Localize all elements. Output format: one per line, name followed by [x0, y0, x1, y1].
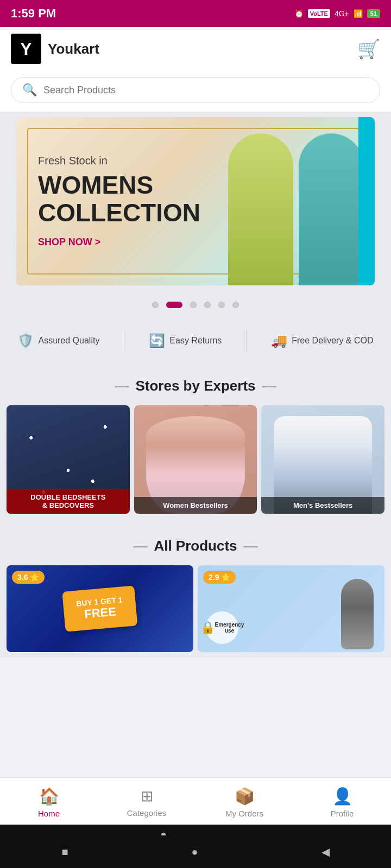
- carousel-dots: [0, 291, 391, 319]
- rating-badge-1: 3.6 ⭐: [12, 571, 45, 584]
- star-icon-2: ⭐: [221, 573, 230, 582]
- search-input[interactable]: [43, 85, 369, 96]
- delivery-icon: 🚚: [271, 333, 287, 348]
- all-products-dash-right: —: [244, 538, 258, 554]
- title-dash-right: —: [262, 378, 276, 394]
- grinder-shape: [341, 579, 374, 649]
- alarm-icon: ⏰: [294, 9, 304, 18]
- cart-icon[interactable]: 🛒: [357, 38, 380, 60]
- emergency-text: Emergency use: [215, 622, 244, 634]
- shield-icon: 🛡️: [17, 333, 34, 348]
- products-grid: 3.6 ⭐ BUY 1 GET 1 FREE 2.9 ⭐ 🔒: [0, 565, 391, 652]
- rating-value-2: 2.9: [209, 573, 219, 582]
- banner-slide[interactable]: Fresh Stock in WOMENS COLLECTION SHOP NO…: [16, 117, 375, 285]
- all-products-dash-left: —: [133, 538, 147, 554]
- banner-wrapper: Fresh Stock in WOMENS COLLECTION SHOP NO…: [0, 117, 391, 291]
- product-card-2[interactable]: 2.9 ⭐ 🔒 Emergency use: [198, 565, 384, 652]
- carousel-dot-3[interactable]: [190, 302, 197, 308]
- status-time: 1:59 PM: [11, 7, 56, 21]
- figure-woman1: [228, 133, 293, 285]
- carousel-dot-6[interactable]: [232, 302, 239, 308]
- returns-icon: 🔄: [149, 333, 165, 348]
- stores-section-title: — Stores by Experts —: [0, 365, 391, 405]
- search-container: 🔍: [0, 71, 391, 112]
- free-delivery-text: Free Delivery & COD: [292, 336, 373, 346]
- battery-badge: 51: [367, 9, 380, 18]
- banner-subtitle: Fresh Stock in: [38, 155, 206, 167]
- logo-box: Y: [11, 34, 41, 64]
- stores-title-text: Stores by Experts: [135, 378, 255, 394]
- header: Y Youkart 🛒: [0, 27, 391, 71]
- buy-badge-inner: BUY 1 GET 1 FREE: [62, 585, 137, 631]
- volte-badge: VoLTE: [308, 9, 330, 18]
- all-products-title: — All Products —: [0, 525, 391, 565]
- search-icon: 🔍: [22, 83, 37, 97]
- emergency-icon: 🔒: [200, 621, 215, 635]
- star-icon-1: ⭐: [30, 573, 39, 582]
- assured-quality-text: Assured Quality: [38, 336, 99, 346]
- banner-title2: COLLECTION: [38, 199, 206, 227]
- banner-text-area: Fresh Stock in WOMENS COLLECTION SHOP NO…: [16, 138, 228, 264]
- signal-icon: 📶: [354, 9, 363, 18]
- network-icon: 4G+: [335, 9, 349, 18]
- buy-badge: BUY 1 GET 1 FREE: [64, 589, 136, 629]
- all-products-section: — All Products — 3.6 ⭐ BUY 1 GET 1 FREE: [0, 525, 391, 658]
- rating-badge-2: 2.9 ⭐: [203, 571, 236, 584]
- banner-title1: WOMENS: [38, 171, 206, 199]
- carousel-dot-5[interactable]: [218, 302, 225, 308]
- logo-area: Y Youkart: [11, 34, 99, 64]
- store-label-women: Women Bestsellers: [134, 497, 257, 514]
- feature-divider-1: [124, 330, 124, 352]
- easy-returns-text: Easy Returns: [169, 336, 222, 346]
- feature-easy-returns: 🔄 Easy Returns: [149, 333, 222, 348]
- app-name: Youkart: [48, 41, 99, 58]
- product-card-1[interactable]: 3.6 ⭐ BUY 1 GET 1 FREE: [7, 565, 193, 652]
- feature-free-delivery: 🚚 Free Delivery & COD: [271, 333, 373, 348]
- search-bar[interactable]: 🔍: [11, 77, 380, 103]
- logo-letter: Y: [20, 39, 31, 59]
- carousel-dot-1[interactable]: [152, 302, 159, 308]
- features-bar: 🛡️ Assured Quality 🔄 Easy Returns 🚚 Free…: [0, 319, 391, 365]
- status-bar: 1:59 PM ⏰ VoLTE 4G+ 📶 51: [0, 0, 391, 27]
- stores-grid: DOUBLE BEDSHEETS& BEDCOVERS Women Bestse…: [0, 405, 391, 525]
- figure-woman2: [299, 133, 364, 285]
- title-dash-left: —: [115, 378, 129, 394]
- feature-divider-2: [246, 330, 247, 352]
- banner-section: Fresh Stock in WOMENS COLLECTION SHOP NO…: [0, 112, 391, 319]
- carousel-dot-4[interactable]: [204, 302, 211, 308]
- banner-right-peek: [358, 117, 375, 285]
- emergency-label: 🔒 Emergency use: [206, 611, 238, 644]
- store-label-bedsheets: DOUBLE BEDSHEETS& BEDCOVERS: [7, 489, 130, 514]
- status-icons: ⏰ VoLTE 4G+ 📶 51: [294, 9, 380, 18]
- rating-value-1: 3.6: [17, 573, 28, 582]
- store-label-men: Men's Bestsellers: [261, 497, 384, 514]
- all-products-title-text: All Products: [154, 538, 237, 554]
- shop-now-button[interactable]: SHOP NOW >: [38, 237, 100, 248]
- store-card-men[interactable]: Men's Bestsellers: [261, 405, 384, 514]
- store-card-women[interactable]: Women Bestsellers: [134, 405, 257, 514]
- store-card-bedsheets[interactable]: DOUBLE BEDSHEETS& BEDCOVERS: [7, 405, 130, 514]
- feature-assured-quality: 🛡️ Assured Quality: [17, 333, 99, 348]
- banner-figures: [228, 117, 375, 285]
- carousel-dot-2[interactable]: [166, 302, 182, 308]
